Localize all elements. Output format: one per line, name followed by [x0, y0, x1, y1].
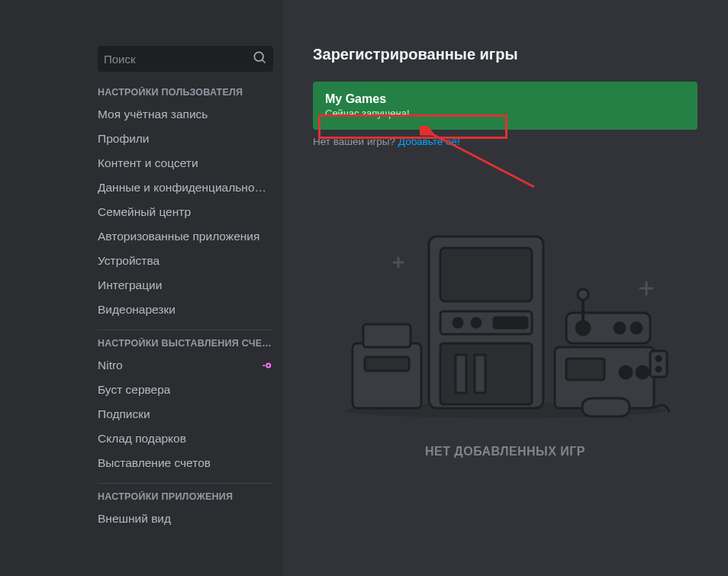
sidebar-item-appearance[interactable]: Внешний вид: [98, 507, 273, 531]
svg-point-27: [631, 323, 642, 333]
sidebar-item-label: Данные и конфиденциально…: [98, 181, 266, 195]
svg-point-23: [576, 321, 590, 335]
sidebar-item-subscriptions[interactable]: Подписки: [98, 402, 273, 426]
svg-rect-17: [475, 355, 485, 393]
sidebar-item-devices[interactable]: Устройства: [98, 249, 273, 273]
game-running-banner: Сейчас запущена!: [313, 82, 697, 130]
search-icon: [252, 50, 267, 68]
sidebar-item-label: Контент и соцсети: [98, 156, 198, 170]
sidebar-item-my-account[interactable]: Моя учётная запись: [98, 102, 273, 127]
search-wrap[interactable]: [98, 46, 273, 72]
sidebar-category-app-settings: НАСТРОЙКИ ПРИЛОЖЕНИЯ: [98, 491, 273, 507]
sidebar-item-gift-inventory[interactable]: Склад подарков: [98, 426, 273, 451]
sidebar-item-content-social[interactable]: Контент и соцсети: [98, 151, 273, 175]
page-title: Зарегистрированные игры: [313, 46, 697, 63]
add-game-link[interactable]: Добавьте её!: [398, 136, 460, 147]
sidebar-category-user-settings: НАСТРОЙКИ ПОЛЬЗОВАТЕЛЯ: [98, 87, 273, 102]
svg-point-25: [578, 289, 588, 300]
sidebar-item-label: Nitro: [98, 359, 123, 372]
sidebar-separator: [98, 330, 273, 330]
sidebar-item-label: Профили: [98, 132, 150, 146]
svg-rect-6: [353, 343, 421, 408]
svg-rect-4: [263, 365, 266, 366]
sidebar-item-data-privacy[interactable]: Данные и конфиденциально…: [98, 175, 273, 200]
sidebar-item-label: Авторизованные приложения: [98, 230, 259, 243]
sidebar-item-authorized-apps[interactable]: Авторизованные приложения: [98, 224, 273, 249]
game-name-input[interactable]: [325, 92, 501, 106]
settings-sidebar: НАСТРОЙКИ ПОЛЬЗОВАТЕЛЯ Моя учётная запис…: [0, 0, 282, 576]
svg-rect-16: [456, 355, 466, 393]
svg-point-21: [636, 366, 649, 378]
missing-game-text: Нет вашей игры?: [313, 136, 398, 147]
sidebar-category-billing-settings: НАСТРОЙКИ ВЫСТАВЛЕНИЯ СЧЕТ…: [98, 338, 273, 353]
sidebar-item-billing[interactable]: Выставление счетов: [98, 451, 273, 475]
svg-point-12: [453, 318, 462, 327]
sidebar-item-label: Выставление счетов: [98, 456, 211, 470]
nitro-icon: [261, 361, 273, 370]
game-status-text: Сейчас запущена!: [325, 108, 685, 119]
svg-rect-14: [494, 317, 527, 328]
sidebar-item-label: Устройства: [98, 254, 159, 268]
sidebar-separator: [98, 483, 273, 484]
svg-rect-8: [365, 357, 409, 371]
search-input[interactable]: [104, 53, 252, 66]
sidebar-item-label: Внешний вид: [98, 512, 171, 526]
sidebar-item-label: Интеграции: [98, 278, 162, 292]
missing-game-row: Нет вашей игры? Добавьте её!: [313, 136, 697, 147]
sidebar-item-label: Подписки: [98, 407, 150, 421]
svg-point-3: [267, 364, 269, 366]
sidebar-item-clips[interactable]: Видеонарезки: [98, 298, 273, 322]
svg-point-0: [254, 52, 263, 61]
sidebar-item-label: Видеонарезки: [98, 303, 176, 317]
sidebar-item-server-boost[interactable]: Буст сервера: [98, 378, 273, 402]
svg-line-1: [263, 60, 266, 63]
content-area: Зарегистрированные игры Сейчас запущена!…: [282, 0, 728, 576]
empty-games-caption: НЕТ ДОБАВЛЕННЫХ ИГР: [282, 445, 728, 459]
svg-rect-10: [440, 248, 532, 301]
svg-rect-19: [566, 359, 604, 380]
sidebar-inner: НАСТРОЙКИ ПОЛЬЗОВАТЕЛЯ Моя учётная запис…: [98, 46, 273, 576]
svg-point-34: [656, 367, 661, 372]
sidebar-item-label: Буст сервера: [98, 383, 170, 397]
svg-rect-7: [363, 324, 411, 347]
svg-rect-32: [650, 351, 667, 377]
sidebar-item-profiles[interactable]: Профили: [98, 127, 273, 151]
svg-point-33: [656, 356, 661, 361]
svg-point-20: [620, 366, 632, 378]
svg-point-26: [614, 323, 625, 333]
sidebar-item-label: Моя учётная запись: [98, 108, 208, 121]
sidebar-item-label: Семейный центр: [98, 205, 191, 219]
arcade-illustration: [337, 221, 673, 420]
sidebar-item-label: Склад подарков: [98, 432, 186, 446]
sidebar-item-nitro[interactable]: Nitro: [98, 353, 273, 378]
svg-point-13: [472, 318, 481, 327]
sidebar-item-family-center[interactable]: Семейный центр: [98, 200, 273, 224]
sidebar-item-integrations[interactable]: Интеграции: [98, 273, 273, 298]
